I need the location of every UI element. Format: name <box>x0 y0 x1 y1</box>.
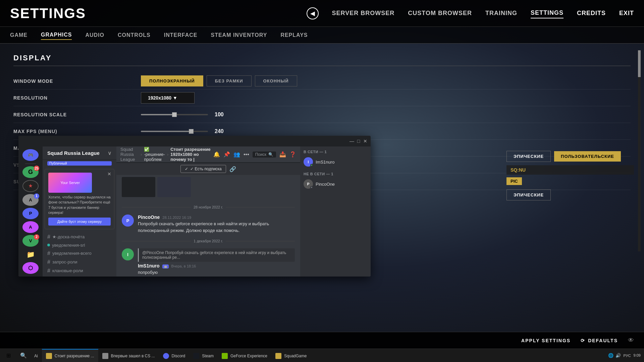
server-icon-p[interactable]: P <box>22 208 39 220</box>
sq-nu-item: SQ:NU <box>506 165 634 175</box>
server-v-letter: V <box>29 238 32 243</box>
epic-button[interactable]: ЭПИЧЕСКИЕ <box>506 151 551 162</box>
max-fps-menu-fill <box>141 131 191 132</box>
taskbar-search[interactable]: 🔍 <box>17 349 30 362</box>
discord-maximize-button[interactable]: □ <box>357 139 361 143</box>
resolution-scale-track[interactable] <box>141 114 208 115</box>
breadcrumb-arrow2: › <box>167 152 168 157</box>
help-icon[interactable]: ❓ <box>289 151 296 158</box>
resolution-scale-value: 100 <box>215 112 228 118</box>
tab-graphics[interactable]: GRAPHICS <box>41 31 72 40</box>
window-mode-row: WINDOW MODE ПОЛНОЭКРАННЫЙ БЕЗ РАМКИ ОКОН… <box>13 73 631 89</box>
defaults-button[interactable]: ⟳ DEFAULTS <box>581 338 618 343</box>
discord-minimize-button[interactable]: — <box>350 139 354 143</box>
epic2-row: ЭПИЧЕСКИЕ <box>506 189 634 200</box>
nav-exit[interactable]: EXIT <box>619 8 634 18</box>
channel-item-notif-all[interactable]: # уведомления-всего <box>43 249 116 258</box>
boost-close-button[interactable]: ✕ <box>107 171 111 177</box>
server-icon-g[interactable]: G 25 <box>22 166 39 178</box>
channel-item-role-request[interactable]: # запрос-роли <box>43 258 116 266</box>
server-v-badge: 2 <box>34 234 39 240</box>
tab-game[interactable]: GAME <box>10 31 28 40</box>
members-icon[interactable]: 👥 <box>233 151 240 158</box>
taskbar-ai-button[interactable]: Ai <box>30 349 42 362</box>
breadcrumb-arrow1: › <box>141 152 142 157</box>
discord-close-button[interactable]: ✕ <box>363 139 367 143</box>
hash-icon2: # <box>47 250 50 256</box>
sq-nu-label: SQ:NU <box>511 167 526 173</box>
server-icon-a2[interactable]: A <box>22 221 39 233</box>
taskbar-cs-label: Стоит разрешение ... <box>55 354 94 358</box>
eye-icon[interactable]: 👁 <box>628 337 634 344</box>
server-icon-squad[interactable]: ⬡ <box>22 262 39 274</box>
nav-settings[interactable]: SETTINGS <box>531 8 564 18</box>
discord-search-box[interactable]: Поиск 🔍 <box>253 152 276 158</box>
channel-clan-roles-label: клановые-роли <box>52 268 83 273</box>
taskbar-item-squad[interactable]: SquadGame <box>271 349 311 362</box>
pin-icon[interactable]: 📌 <box>223 151 230 158</box>
attachment-img1[interactable] <box>122 177 155 197</box>
nav-training[interactable]: TRAINING <box>485 8 517 18</box>
channel-item-notif-srl[interactable]: уведомления-srl <box>43 241 116 249</box>
server-icon-k[interactable]: ★ <box>22 180 39 192</box>
tab-interface[interactable]: INTERFACE <box>164 31 198 40</box>
server-icon-v[interactable]: V 2 <box>22 235 39 247</box>
scrollbar-thumb[interactable] <box>638 50 641 77</box>
message-avatar-2: I <box>122 248 134 260</box>
apply-settings-button[interactable]: APPLY SETTINGS <box>521 338 571 343</box>
channel-item-clan-roles[interactable]: # клановые-роли <box>43 266 116 275</box>
tab-controls[interactable]: CONTROLS <box>118 31 151 40</box>
max-fps-menu-track[interactable] <box>141 131 208 132</box>
breadcrumb-channel: Стоит разрешение 644x362 но почему то … <box>170 147 211 162</box>
server-p-letter: P <box>29 211 32 216</box>
nav-custom-browser[interactable]: CUSTOM BROWSER <box>408 8 472 18</box>
discord-server-menu[interactable]: ∨ <box>108 150 112 156</box>
boost-popup: ✕ Your Sеrvеr Хотите, чтобы сервер выдел… <box>45 169 114 229</box>
attachment-img2[interactable] <box>157 177 191 197</box>
nav-back-button[interactable]: ◀ <box>307 7 319 19</box>
breadcrumb-nav: Squad Russia League › ✅ -решение-проблем… <box>120 147 211 162</box>
epic2-button[interactable]: ЭПИЧЕСКИЕ <box>506 189 551 200</box>
server-icon-folder[interactable]: 📁 <box>22 249 39 260</box>
sub-tabs: GAME GRAPHICS AUDIO CONTROLS INTERFACE S… <box>0 27 644 44</box>
channel-board-label: ★-доска-почёта <box>52 234 85 239</box>
discord-server-name: Squad Russia League <box>47 150 100 156</box>
channel-item-board[interactable]: # ★-доска-почёта <box>43 233 116 241</box>
discord-titlebar: — □ ✕ <box>18 136 371 146</box>
settings-scrollbar[interactable] <box>638 50 641 251</box>
server-a1-letter: A <box>29 197 32 202</box>
squad-taskbar-icon <box>275 353 281 359</box>
boost-image-label: Your Sеrvеr <box>60 181 80 185</box>
inbox-icon[interactable]: 📥 <box>279 151 286 158</box>
start-button[interactable]: ⊞ <box>0 349 17 362</box>
nav-credits[interactable]: CREDITS <box>577 8 606 18</box>
link-icon[interactable]: 🔗 <box>229 166 236 172</box>
message-time-2: Вчера, в 18:16 <box>171 264 196 268</box>
max-fps-menu-thumb[interactable] <box>189 129 194 134</box>
taskbar-cs2-label: Впервые зашел в CS ... <box>111 354 155 358</box>
window-mode-windowed[interactable]: ОКОННЫЙ <box>255 75 297 86</box>
taskbar-item-discord[interactable]: Discord <box>159 349 190 362</box>
taskbar-item-steam[interactable]: Steam <box>189 349 218 362</box>
resolution-dropdown[interactable]: 644x362 ▼ <box>141 92 195 104</box>
server-icon-discord[interactable]: 🎮 <box>22 149 39 161</box>
tab-audio[interactable]: AUDIO <box>85 31 104 40</box>
custom-button[interactable]: ПОЛЬЗОВАТЕЛЬСКИЕ <box>554 151 621 162</box>
subscribe-button[interactable]: ✓ ✓ Есть подписка <box>180 165 226 173</box>
boost-button[interactable]: Дайте буст этому серверу <box>48 218 111 226</box>
subscribe-bar: ✓ ✓ Есть подписка 🔗 <box>116 163 300 175</box>
bell-icon[interactable]: 🔔 <box>213 151 220 158</box>
taskbar-item-geforce[interactable]: GeForce Experience <box>218 349 271 362</box>
taskbar-item-cs2[interactable]: Впервые зашел в CS ... <box>98 349 159 362</box>
tab-steam-inventory[interactable]: STEAM INVENTORY <box>211 31 267 40</box>
search-icon[interactable]: 🔍 <box>268 152 273 157</box>
resolution-scale-thumb[interactable] <box>172 112 177 117</box>
tab-replays[interactable]: REPLAYS <box>280 31 308 40</box>
nav-server-browser[interactable]: SERVER BROWSER <box>332 8 395 18</box>
taskbar-item-cs[interactable]: Стоит разрешение ... <box>42 349 98 362</box>
window-mode-borderless[interactable]: БЕЗ РАМКИ <box>207 75 252 86</box>
breadcrumb-server: Squad Russia League <box>120 147 139 162</box>
more-icon[interactable]: ••• <box>244 152 249 158</box>
server-icon-a1[interactable]: A 1 <box>22 194 39 206</box>
window-mode-fullscreen[interactable]: ПОЛНОЭКРАННЫЙ <box>141 75 203 86</box>
